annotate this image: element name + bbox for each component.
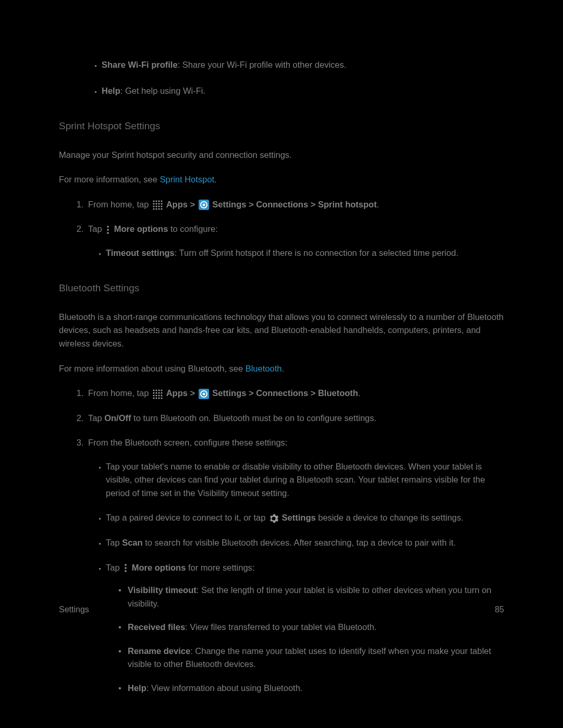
svg-point-21 (153, 389, 154, 391)
svg-point-0 (153, 201, 154, 202)
text: For more information, see (59, 175, 160, 184)
bullet-text: : View information about using Bluetooth… (146, 683, 303, 693)
text: to configure: (168, 224, 217, 233)
text: . (214, 175, 217, 184)
svg-point-33 (153, 397, 154, 399)
scan-label: Scan (122, 538, 142, 547)
text: for more settings: (186, 563, 254, 572)
document-page: Share Wi-Fi profile: Share your Wi-Fi pr… (59, 58, 505, 707)
svg-point-34 (155, 397, 157, 399)
list-item: Tap a paired device to connect to it, or… (106, 511, 505, 525)
svg-point-17 (202, 204, 205, 206)
svg-point-15 (161, 208, 162, 210)
svg-point-24 (161, 389, 162, 391)
svg-point-29 (153, 394, 154, 396)
list-item: Visibility timeout: Set the length of ti… (118, 584, 505, 610)
breadcrumb: Settings > Connections > Sprint hotspot (212, 200, 376, 209)
svg-point-9 (155, 206, 157, 207)
list-item: From home, tap Apps > Settings > Connect… (86, 198, 505, 212)
svg-point-28 (161, 392, 162, 393)
svg-point-31 (158, 394, 160, 396)
section-heading-bluetooth: Bluetooth Settings (59, 280, 505, 295)
svg-point-7 (161, 203, 162, 205)
footer-section-label: Settings (59, 603, 89, 616)
list-item: Tap On/Off to turn Bluetooth on. Bluetoo… (86, 412, 505, 425)
paragraph: Manage your Sprint hotspot security and … (59, 149, 505, 162)
svg-point-38 (202, 392, 205, 395)
bullet-bold: Timeout settings (106, 248, 175, 257)
text: From home, tap (88, 200, 151, 209)
list-item: Share Wi-Fi profile: Share your Wi-Fi pr… (102, 58, 505, 72)
settings-gear-icon (199, 389, 209, 399)
svg-point-36 (161, 397, 162, 399)
svg-point-5 (155, 203, 157, 205)
gt: > (188, 200, 198, 209)
svg-point-2 (158, 201, 160, 202)
apps-grid-icon (152, 389, 163, 399)
more-options-icon (123, 563, 128, 573)
bullet-bold: Visibility timeout (128, 585, 197, 595)
svg-point-4 (153, 203, 154, 205)
bullet-text: : Get help using Wi-Fi. (120, 86, 205, 95)
svg-point-23 (158, 389, 160, 391)
more-options-icon (105, 225, 111, 235)
more-options-label: More options (114, 224, 168, 233)
svg-point-3 (161, 201, 162, 202)
bullet-bold: Share Wi-Fi profile (102, 60, 178, 69)
list-item: Tap your tablet's name to enable or disa… (106, 460, 505, 500)
paragraph: For more information, see Sprint Hotspot… (59, 173, 505, 187)
svg-point-8 (153, 206, 154, 207)
bullet-text: : Share your Wi-Fi profile with other de… (178, 60, 347, 69)
text: . (358, 388, 361, 398)
list-item: Received files: View files transferred t… (118, 621, 505, 634)
gear-icon (269, 514, 278, 523)
apps-label: Apps (166, 200, 188, 209)
svg-point-20 (107, 232, 109, 234)
text: to turn Bluetooth on. Bluetooth must be … (131, 413, 377, 423)
settings-label: Settings (282, 513, 316, 522)
text: Tap (88, 413, 104, 423)
text: beside a device to change its settings. (316, 513, 463, 522)
svg-point-10 (158, 206, 160, 207)
text: Tap (106, 563, 122, 572)
svg-point-18 (107, 226, 109, 228)
top-bullet-list: Share Wi-Fi profile: Share your Wi-Fi pr… (59, 58, 505, 97)
list-item: Rename device: Change the name your tabl… (118, 645, 505, 671)
svg-point-6 (158, 203, 160, 205)
sub-bullets: Tap your tablet's name to enable or disa… (88, 460, 505, 695)
list-item: From home, tap Apps > Settings > Connect… (86, 387, 505, 400)
svg-point-27 (158, 392, 160, 393)
text: For more information about using Bluetoo… (59, 364, 246, 373)
more-options-label: More options (132, 563, 186, 572)
svg-point-35 (158, 397, 160, 399)
svg-point-41 (125, 570, 127, 572)
svg-point-1 (155, 201, 157, 202)
list-item: Help: View information about using Bluet… (118, 682, 505, 695)
text: From the Bluetooth screen, configure the… (88, 438, 287, 447)
svg-point-39 (125, 564, 127, 566)
list-item: Tap More options to configure: Timeout s… (86, 223, 505, 260)
text: Tap a paired device to connect to it, or… (106, 513, 268, 522)
dot-bullets: Visibility timeout: Set the length of ti… (106, 584, 505, 695)
svg-point-22 (155, 389, 157, 391)
paragraph: For more information about using Bluetoo… (59, 362, 505, 376)
onoff-label: On/Off (104, 413, 131, 423)
page-number: 85 (495, 603, 504, 616)
sprint-hotspot-link[interactable]: Sprint Hotspot (160, 175, 215, 184)
svg-point-32 (161, 394, 162, 396)
svg-point-40 (125, 567, 127, 569)
svg-point-25 (153, 392, 154, 393)
list-item: Tap More options for more settings: Visi… (106, 561, 505, 695)
svg-point-11 (161, 206, 162, 207)
svg-point-26 (155, 392, 157, 393)
svg-point-19 (107, 229, 109, 231)
section-heading-hotspot: Sprint Hotspot Settings (59, 118, 505, 133)
list-item: Help: Get help using Wi-Fi. (102, 84, 505, 98)
bluetooth-link[interactable]: Bluetooth (246, 364, 282, 373)
svg-point-13 (155, 208, 157, 210)
bullet-bold: Received files (128, 622, 185, 632)
breadcrumb: Settings > Connections > Bluetooth (212, 388, 358, 398)
bullet-bold: Help (102, 86, 120, 95)
text: to search for visible Bluetooth devices.… (143, 538, 456, 547)
apps-label: Apps (166, 388, 188, 398)
